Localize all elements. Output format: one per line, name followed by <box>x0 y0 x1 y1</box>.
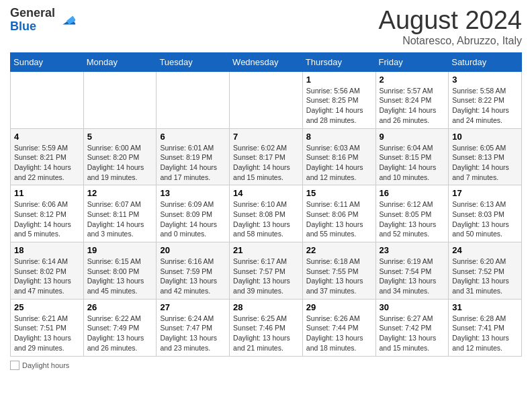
calendar-cell: 17Sunrise: 6:13 AM Sunset: 8:03 PM Dayli… <box>449 185 522 242</box>
day-number: 2 <box>380 75 445 85</box>
day-number: 5 <box>87 132 153 142</box>
calendar-cell: 21Sunrise: 6:17 AM Sunset: 7:57 PM Dayli… <box>230 242 303 300</box>
day-info: Sunrise: 6:28 AM Sunset: 7:41 PM Dayligh… <box>452 314 518 353</box>
day-info: Sunrise: 6:07 AM Sunset: 8:11 PM Dayligh… <box>87 199 153 239</box>
day-info: Sunrise: 5:59 AM Sunset: 8:21 PM Dayligh… <box>14 143 80 183</box>
day-header-monday: Monday <box>83 52 157 71</box>
day-number: 18 <box>14 245 80 255</box>
calendar-cell: 22Sunrise: 6:18 AM Sunset: 7:55 PM Dayli… <box>302 242 375 300</box>
day-info: Sunrise: 6:14 AM Sunset: 8:02 PM Dayligh… <box>14 257 80 296</box>
calendar-cell: 14Sunrise: 6:10 AM Sunset: 8:08 PM Dayli… <box>230 185 303 242</box>
day-info: Sunrise: 6:00 AM Sunset: 8:20 PM Dayligh… <box>87 143 153 183</box>
calendar-cell: 24Sunrise: 6:20 AM Sunset: 7:52 PM Dayli… <box>449 242 522 300</box>
calendar-cell: 10Sunrise: 6:05 AM Sunset: 8:13 PM Dayli… <box>449 128 522 185</box>
day-number: 7 <box>233 132 299 142</box>
day-number: 10 <box>452 132 518 142</box>
calendar-cell: 4Sunrise: 5:59 AM Sunset: 8:21 PM Daylig… <box>11 128 84 185</box>
day-info: Sunrise: 6:15 AM Sunset: 8:00 PM Dayligh… <box>87 257 153 296</box>
day-header-tuesday: Tuesday <box>157 52 230 71</box>
day-info: Sunrise: 6:16 AM Sunset: 7:59 PM Dayligh… <box>160 257 226 296</box>
calendar-cell: 31Sunrise: 6:28 AM Sunset: 7:41 PM Dayli… <box>449 299 522 356</box>
calendar-cell <box>11 71 84 128</box>
day-number: 13 <box>160 188 226 198</box>
week-row-3: 11Sunrise: 6:06 AM Sunset: 8:12 PM Dayli… <box>11 185 522 242</box>
day-info: Sunrise: 6:26 AM Sunset: 7:44 PM Dayligh… <box>306 314 372 353</box>
day-header-sunday: Sunday <box>11 52 84 71</box>
calendar-cell: 30Sunrise: 6:27 AM Sunset: 7:42 PM Dayli… <box>375 299 449 356</box>
day-number: 19 <box>87 245 153 255</box>
day-number: 17 <box>452 188 518 198</box>
day-info: Sunrise: 6:09 AM Sunset: 8:09 PM Dayligh… <box>160 199 226 239</box>
day-number: 3 <box>452 75 518 85</box>
day-number: 26 <box>87 302 153 312</box>
day-header-friday: Friday <box>375 52 449 71</box>
day-number: 24 <box>452 245 518 255</box>
day-info: Sunrise: 5:58 AM Sunset: 8:22 PM Dayligh… <box>452 86 518 126</box>
day-info: Sunrise: 6:12 AM Sunset: 8:05 PM Dayligh… <box>380 199 445 239</box>
day-number: 27 <box>160 302 226 312</box>
calendar-cell: 11Sunrise: 6:06 AM Sunset: 8:12 PM Dayli… <box>11 185 84 242</box>
calendar-cell <box>157 71 230 128</box>
calendar-cell: 12Sunrise: 6:07 AM Sunset: 8:11 PM Dayli… <box>83 185 157 242</box>
calendar-cell: 27Sunrise: 6:24 AM Sunset: 7:47 PM Dayli… <box>157 299 230 356</box>
calendar-cell: 9Sunrise: 6:04 AM Sunset: 8:15 PM Daylig… <box>375 128 449 185</box>
calendar-table: SundayMondayTuesdayWednesdayThursdayFrid… <box>10 52 522 357</box>
calendar-cell: 15Sunrise: 6:11 AM Sunset: 8:06 PM Dayli… <box>302 185 375 242</box>
logo-blue-text: Blue <box>10 19 36 33</box>
week-row-1: 1Sunrise: 5:56 AM Sunset: 8:25 PM Daylig… <box>11 71 522 128</box>
day-number: 21 <box>233 245 299 255</box>
calendar-cell: 5Sunrise: 6:00 AM Sunset: 8:20 PM Daylig… <box>83 128 157 185</box>
day-info: Sunrise: 6:24 AM Sunset: 7:47 PM Dayligh… <box>160 314 226 353</box>
day-header-saturday: Saturday <box>449 52 522 71</box>
day-info: Sunrise: 6:05 AM Sunset: 8:13 PM Dayligh… <box>452 143 518 183</box>
day-info: Sunrise: 6:25 AM Sunset: 7:46 PM Dayligh… <box>233 314 299 353</box>
day-header-wednesday: Wednesday <box>230 52 303 71</box>
logo: General Blue <box>10 7 77 34</box>
calendar-cell: 16Sunrise: 6:12 AM Sunset: 8:05 PM Dayli… <box>375 185 449 242</box>
footer-note-box <box>10 361 19 370</box>
footer-note-text: Daylight hours <box>22 361 69 369</box>
day-number: 29 <box>306 302 372 312</box>
day-info: Sunrise: 6:06 AM Sunset: 8:12 PM Dayligh… <box>14 199 80 239</box>
day-number: 15 <box>306 188 372 198</box>
day-info: Sunrise: 5:56 AM Sunset: 8:25 PM Dayligh… <box>306 86 372 126</box>
calendar-cell: 1Sunrise: 5:56 AM Sunset: 8:25 PM Daylig… <box>302 71 375 128</box>
day-info: Sunrise: 6:22 AM Sunset: 7:49 PM Dayligh… <box>87 314 153 353</box>
calendar-cell: 18Sunrise: 6:14 AM Sunset: 8:02 PM Dayli… <box>11 242 84 300</box>
day-info: Sunrise: 5:57 AM Sunset: 8:24 PM Dayligh… <box>380 86 445 126</box>
day-number: 4 <box>14 132 80 142</box>
calendar-cell: 8Sunrise: 6:03 AM Sunset: 8:16 PM Daylig… <box>302 128 375 185</box>
day-info: Sunrise: 6:17 AM Sunset: 7:57 PM Dayligh… <box>233 257 299 296</box>
calendar-cell: 25Sunrise: 6:21 AM Sunset: 7:51 PM Dayli… <box>11 299 84 356</box>
month-title: August 2024 <box>379 7 522 35</box>
calendar-cell: 19Sunrise: 6:15 AM Sunset: 8:00 PM Dayli… <box>83 242 157 300</box>
days-header-row: SundayMondayTuesdayWednesdayThursdayFrid… <box>11 52 522 71</box>
day-info: Sunrise: 6:03 AM Sunset: 8:16 PM Dayligh… <box>306 143 372 183</box>
day-info: Sunrise: 6:13 AM Sunset: 8:03 PM Dayligh… <box>452 199 518 239</box>
day-number: 8 <box>306 132 372 142</box>
day-number: 12 <box>87 188 153 198</box>
day-number: 31 <box>452 302 518 312</box>
calendar-cell: 13Sunrise: 6:09 AM Sunset: 8:09 PM Dayli… <box>157 185 230 242</box>
calendar-cell: 3Sunrise: 5:58 AM Sunset: 8:22 PM Daylig… <box>449 71 522 128</box>
calendar-cell <box>230 71 303 128</box>
week-row-5: 25Sunrise: 6:21 AM Sunset: 7:51 PM Dayli… <box>11 299 522 356</box>
calendar-cell <box>83 71 157 128</box>
day-info: Sunrise: 6:10 AM Sunset: 8:08 PM Dayligh… <box>233 199 299 239</box>
day-info: Sunrise: 6:27 AM Sunset: 7:42 PM Dayligh… <box>380 314 445 353</box>
day-info: Sunrise: 6:18 AM Sunset: 7:55 PM Dayligh… <box>306 257 372 296</box>
day-number: 16 <box>380 188 445 198</box>
day-number: 30 <box>380 302 445 312</box>
calendar-cell: 20Sunrise: 6:16 AM Sunset: 7:59 PM Dayli… <box>157 242 230 300</box>
day-number: 20 <box>160 245 226 255</box>
header: General Blue August 2024 Notaresco, Abru… <box>10 7 522 47</box>
day-number: 11 <box>14 188 80 198</box>
day-info: Sunrise: 6:02 AM Sunset: 8:17 PM Dayligh… <box>233 143 299 183</box>
day-info: Sunrise: 6:11 AM Sunset: 8:06 PM Dayligh… <box>306 199 372 239</box>
day-info: Sunrise: 6:01 AM Sunset: 8:19 PM Dayligh… <box>160 143 226 183</box>
week-row-2: 4Sunrise: 5:59 AM Sunset: 8:21 PM Daylig… <box>11 128 522 185</box>
day-number: 1 <box>306 75 372 85</box>
week-row-4: 18Sunrise: 6:14 AM Sunset: 8:02 PM Dayli… <box>11 242 522 300</box>
day-info: Sunrise: 6:20 AM Sunset: 7:52 PM Dayligh… <box>452 257 518 296</box>
day-info: Sunrise: 6:19 AM Sunset: 7:54 PM Dayligh… <box>380 257 445 296</box>
